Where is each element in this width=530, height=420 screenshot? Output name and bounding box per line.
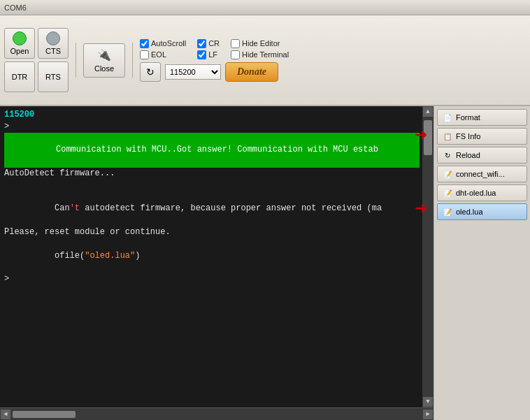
terminal-line [4, 180, 420, 191]
baud-rate-select[interactable]: 9600 19200 38400 57600 115200 230400 460… [165, 64, 221, 80]
cts-button[interactable]: CTS [38, 28, 69, 59]
terminal-line: Can't autodetect firmware, because prope… [4, 191, 420, 226]
hide-editor-check[interactable]: Hide Editor [231, 39, 289, 48]
rts-button[interactable]: RTS [38, 61, 69, 92]
donate-button[interactable]: Donate [225, 62, 278, 82]
eol-checkbox[interactable] [140, 50, 149, 59]
cts-icon [46, 31, 60, 45]
lf-checkbox[interactable] [197, 50, 206, 59]
oled-lua-icon: 📝 [442, 206, 453, 217]
main-area: 115200 > Communication with MCU..Got ans… [0, 106, 530, 420]
close-button[interactable]: 🔌 Close [83, 43, 125, 78]
checks-middle: CR LF [197, 39, 220, 59]
scroll-left-btn[interactable]: ◄ [1, 410, 10, 419]
eol-check[interactable]: EOL [140, 50, 186, 59]
format-button[interactable]: 📄 Format [437, 109, 527, 126]
terminal-area[interactable]: 115200 > Communication with MCU..Got ans… [0, 106, 434, 420]
toolbar-top-row: Open CTS [4, 28, 69, 59]
hide-editor-checkbox[interactable] [231, 39, 240, 48]
toolbar-bottom-row: DTR RTS [4, 61, 69, 92]
reload-icon: ↻ [442, 150, 453, 161]
terminal-line: AutoDetect firmware... [4, 168, 420, 180]
terminal-line: 115200 [4, 109, 420, 121]
scroll-down-btn[interactable]: ▼ [423, 397, 433, 407]
autoscroll-check[interactable]: AutoScroll [140, 39, 186, 48]
connect-wifi-icon: 📝 [442, 168, 453, 180]
vertical-scrollbar[interactable]: ▲ ▼ [422, 106, 434, 407]
oled-lua-button[interactable]: 📝 oled.lua [437, 203, 527, 220]
title-bar-text: COM6 [4, 3, 27, 12]
dht-oled-icon: 📝 [442, 187, 453, 198]
scroll-right-btn[interactable]: ► [423, 410, 433, 419]
fs-info-icon: 📋 [442, 131, 453, 142]
right-panel: ➜ ➜ 📄 Format 📋 FS Info ↻ Reload 📝 connec… [434, 106, 530, 420]
terminal-line: > [4, 121, 420, 133]
cr-checkbox[interactable] [197, 39, 206, 48]
checkboxes-row1: AutoScroll EOL CR LF [140, 39, 289, 59]
open-icon [13, 31, 27, 45]
lf-check[interactable]: LF [197, 50, 220, 59]
format-icon: 📄 [442, 112, 453, 123]
autoscroll-checkbox[interactable] [140, 39, 149, 48]
refresh-icon: ↻ [146, 66, 155, 78]
scroll-up-btn[interactable]: ▲ [423, 107, 433, 117]
checks-right: Hide Editor Hide Terminal [231, 39, 289, 59]
toolbar-separator2 [132, 43, 133, 78]
title-bar: COM6 [0, 0, 530, 15]
reload-button[interactable]: ↻ Reload [437, 147, 527, 164]
terminal-scroll[interactable]: 115200 > Communication with MCU..Got ans… [0, 106, 434, 288]
horizontal-scrollbar[interactable]: ◄ ► [0, 407, 434, 420]
toolbar-middle-group: AutoScroll EOL CR LF [140, 39, 289, 82]
scroll-thumb-h [13, 411, 76, 418]
fs-info-button[interactable]: 📋 FS Info [437, 128, 527, 145]
refresh-button[interactable]: ↻ [140, 62, 161, 82]
toolbar-baud-row: ↻ 9600 19200 38400 57600 115200 230400 4… [140, 62, 278, 82]
dht-oled-button[interactable]: 📝 dht-oled.lua [437, 184, 527, 201]
hide-terminal-checkbox[interactable] [231, 50, 240, 59]
hide-terminal-check[interactable]: Hide Terminal [231, 50, 289, 59]
terminal-line: Communication with MCU..Got answer! Comm… [4, 133, 420, 168]
toolbar-separator [76, 43, 76, 78]
cr-check[interactable]: CR [197, 39, 220, 48]
scroll-thumb-v [424, 120, 432, 155]
open-button[interactable]: Open [4, 28, 35, 59]
terminal-line: Please, reset module or continue. [4, 226, 420, 238]
close-icon: 🔌 [97, 48, 111, 61]
connect-wifi-button[interactable]: 📝 connect_wifi... [437, 166, 527, 182]
toolbar: Open CTS DTR RTS 🔌 Close [0, 15, 530, 106]
checks-left: AutoScroll EOL [140, 39, 186, 59]
terminal-line: > [4, 273, 420, 285]
toolbar-left-group: Open CTS DTR RTS [4, 28, 69, 92]
terminal-line: ofile("oled.lua") [4, 238, 420, 273]
dtr-button[interactable]: DTR [4, 61, 35, 92]
